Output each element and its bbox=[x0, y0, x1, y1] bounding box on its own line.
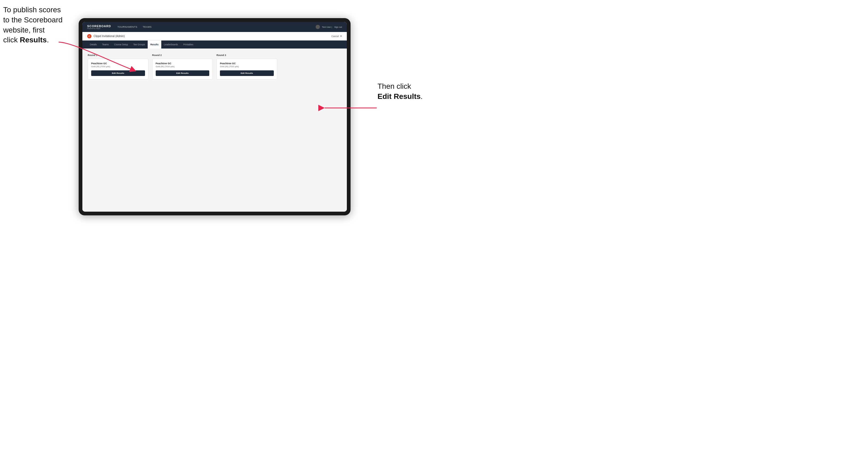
cancel-label: Cancel bbox=[331, 35, 339, 38]
tab-teams[interactable]: Teams bbox=[99, 40, 112, 49]
nav-links: TOURNAMENTS TEAMS bbox=[117, 25, 315, 29]
annotation-results-bold: Results bbox=[20, 36, 46, 44]
round-1-column: Round 1 Peachtree GC Gold (M) (7010 yds)… bbox=[88, 54, 149, 80]
annotation-left: To publish scores to the Scoreboard webs… bbox=[3, 5, 64, 45]
round-2-title: Round 2 bbox=[152, 54, 213, 57]
round-2-card: Peachtree GC Gold (M) (7010 yds) Edit Re… bbox=[152, 59, 213, 80]
tab-bar: Details Teams Course Setup Tee Groups Re… bbox=[82, 40, 347, 49]
round-3-title: Round 3 bbox=[216, 54, 277, 57]
logo-text: SCOREBOARD bbox=[87, 25, 111, 28]
annotation-line1: To publish scores bbox=[3, 6, 61, 14]
round-2-course-name: Peachtree GC bbox=[156, 62, 210, 65]
tab-tee-groups[interactable]: Tee Groups bbox=[131, 40, 148, 49]
cancel-button[interactable]: Cancel ✕ bbox=[331, 35, 342, 38]
logo-area: SCOREBOARD Powered by clippd bbox=[87, 25, 111, 29]
annotation-line4-pre: click bbox=[3, 36, 20, 44]
round-1-course-name: Peachtree GC bbox=[91, 62, 145, 65]
round-3-edit-results-button[interactable]: Edit Results bbox=[220, 70, 274, 76]
tab-printables[interactable]: Printables bbox=[181, 40, 196, 49]
annotation-right: Then click Edit Results. bbox=[377, 81, 431, 101]
tab-results[interactable]: Results bbox=[148, 40, 161, 49]
annotation-right-line1: Then click bbox=[377, 82, 411, 90]
tablet-screen: SCOREBOARD Powered by clippd TOURNAMENTS… bbox=[82, 22, 347, 212]
tab-details[interactable]: Details bbox=[87, 40, 99, 49]
nav-teams[interactable]: TEAMS bbox=[143, 25, 152, 29]
round-2-course-details: Gold (M) (7010 yds) bbox=[156, 65, 210, 68]
round-3-column: Round 3 Peachtree GC Gold (M) (7010 yds)… bbox=[216, 54, 277, 80]
user-name: Test User | bbox=[322, 26, 332, 28]
round-3-course-name: Peachtree GC bbox=[220, 62, 274, 65]
round-1-course-details: Gold (M) (7010 yds) bbox=[91, 65, 145, 68]
tab-course-setup[interactable]: Course Setup bbox=[112, 40, 131, 49]
user-avatar bbox=[316, 25, 320, 29]
tournament-logo-icon: C bbox=[87, 34, 91, 38]
annotation-edit-results-bold: Edit Results bbox=[377, 92, 421, 100]
rounds-grid: Round 1 Peachtree GC Gold (M) (7010 yds)… bbox=[88, 54, 341, 80]
tab-leaderboards[interactable]: Leaderboards bbox=[161, 40, 181, 49]
sign-out-link[interactable]: Sign out bbox=[334, 26, 342, 28]
top-nav: SCOREBOARD Powered by clippd TOURNAMENTS… bbox=[82, 22, 347, 32]
nav-tournaments[interactable]: TOURNAMENTS bbox=[117, 25, 137, 29]
annotation-line2: to the Scoreboard bbox=[3, 16, 63, 24]
tournament-name: Clippd Invitational (Admin) bbox=[94, 35, 331, 38]
tablet-frame: SCOREBOARD Powered by clippd TOURNAMENTS… bbox=[79, 18, 350, 215]
tournament-header: C Clippd Invitational (Admin) Cancel ✕ bbox=[82, 32, 347, 40]
round-2-edit-results-button[interactable]: Edit Results bbox=[156, 70, 210, 76]
nav-right: Test User | Sign out bbox=[316, 25, 342, 29]
empty-column-4 bbox=[281, 54, 342, 80]
close-icon: ✕ bbox=[340, 35, 342, 38]
logo-sub: Powered by clippd bbox=[87, 28, 111, 29]
round-1-card: Peachtree GC Gold (M) (7010 yds) Edit Re… bbox=[88, 59, 149, 80]
content-area: Round 1 Peachtree GC Gold (M) (7010 yds)… bbox=[82, 49, 347, 212]
round-1-title: Round 1 bbox=[88, 54, 149, 57]
round-2-column: Round 2 Peachtree GC Gold (M) (7010 yds)… bbox=[152, 54, 213, 80]
round-1-edit-results-button[interactable]: Edit Results bbox=[91, 70, 145, 76]
annotation-right-line2-post: . bbox=[421, 92, 423, 100]
annotation-line4-post: . bbox=[46, 36, 49, 44]
round-3-course-details: Gold (M) (7010 yds) bbox=[220, 65, 274, 68]
round-3-card: Peachtree GC Gold (M) (7010 yds) Edit Re… bbox=[216, 59, 277, 80]
annotation-line3: website, first bbox=[3, 26, 45, 34]
